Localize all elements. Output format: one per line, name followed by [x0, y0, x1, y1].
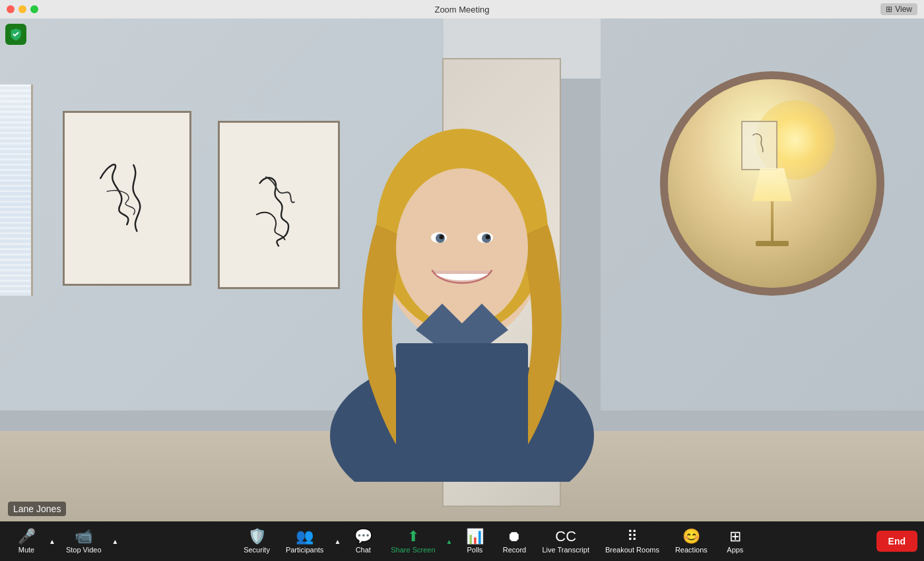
stop-video-group: 📹 Stop Video ▲ [58, 527, 121, 556]
end-button[interactable]: End [876, 531, 917, 552]
mute-icon: 🎤 [18, 529, 36, 544]
security-icon: 🛡️ [248, 529, 266, 544]
small-frame-in-mirror [741, 121, 777, 170]
window [0, 84, 33, 296]
mirror-reflection [668, 79, 876, 288]
reactions-icon: 😊 [682, 529, 700, 544]
participants-icon: 👥 [296, 529, 314, 544]
toolbar-center: 🛡️ Security 👥 Participants ▲ 💬 Chat ⬆ Sh… [121, 527, 869, 556]
mute-arrow[interactable]: ▲ [46, 538, 58, 545]
record-icon: ⏺ [507, 529, 521, 544]
participant-video [290, 53, 634, 482]
maximize-button[interactable] [30, 5, 38, 13]
security-badge[interactable] [5, 24, 26, 45]
view-icon: ⊞ [886, 5, 892, 14]
breakout-rooms-button[interactable]: ⠿ Breakout Rooms [597, 527, 667, 556]
window-blind [0, 84, 31, 296]
participants-button[interactable]: 👥 Participants [278, 527, 331, 556]
view-button[interactable]: ⊞ View [880, 3, 917, 15]
svg-point-4 [396, 168, 528, 327]
close-button[interactable] [7, 5, 15, 13]
video-icon: 📹 [75, 529, 92, 544]
participant-name-label: Lane Jones [8, 502, 66, 516]
share-screen-group: ⬆ Share Screen ▲ [383, 527, 455, 556]
svg-rect-11 [396, 343, 528, 462]
lamp-in-mirror [752, 168, 792, 246]
chat-icon: 💬 [354, 529, 372, 544]
share-screen-arrow[interactable]: ▲ [444, 538, 455, 545]
art-frame-1 [63, 111, 191, 286]
apps-button[interactable]: ⊞ Apps [715, 527, 755, 556]
record-button[interactable]: ⏺ Record [494, 527, 534, 556]
chat-button[interactable]: 💬 Chat [343, 527, 383, 556]
mute-button[interactable]: 🎤 Mute [7, 527, 46, 556]
titlebar: Zoom Meeting ⊞ View [0, 0, 924, 18]
mute-group: 🎤 Mute ▲ [7, 527, 58, 556]
apps-icon: ⊞ [729, 529, 741, 544]
svg-point-10 [486, 235, 490, 240]
toolbar: 🎤 Mute ▲ 📹 Stop Video ▲ 🛡️ Security 👥 Pa… [0, 521, 924, 561]
polls-icon: 📊 [466, 529, 484, 544]
participants-arrow[interactable]: ▲ [331, 538, 343, 545]
toolbar-right: End [870, 531, 917, 552]
stop-video-button[interactable]: 📹 Stop Video [58, 527, 110, 556]
mirror [660, 71, 884, 296]
live-transcript-button[interactable]: CC Live Transcript [534, 527, 597, 556]
breakout-rooms-icon: ⠿ [627, 529, 638, 544]
participants-group: 👥 Participants ▲ [278, 527, 343, 556]
video-arrow[interactable]: ▲ [110, 538, 121, 545]
video-area: Lane Jones [0, 18, 924, 521]
minimize-button[interactable] [18, 5, 26, 13]
toolbar-left: 🎤 Mute ▲ 📹 Stop Video ▲ [7, 527, 121, 556]
polls-button[interactable]: 📊 Polls [455, 527, 494, 556]
security-button[interactable]: 🛡️ Security [236, 527, 278, 556]
reactions-button[interactable]: 😊 Reactions [667, 527, 715, 556]
share-screen-button[interactable]: ⬆ Share Screen [383, 527, 443, 556]
svg-point-9 [440, 235, 444, 240]
traffic-lights [7, 5, 38, 13]
share-screen-icon: ⬆ [407, 529, 419, 544]
window-title: Zoom Meeting [434, 5, 489, 15]
live-transcript-icon: CC [555, 529, 576, 544]
